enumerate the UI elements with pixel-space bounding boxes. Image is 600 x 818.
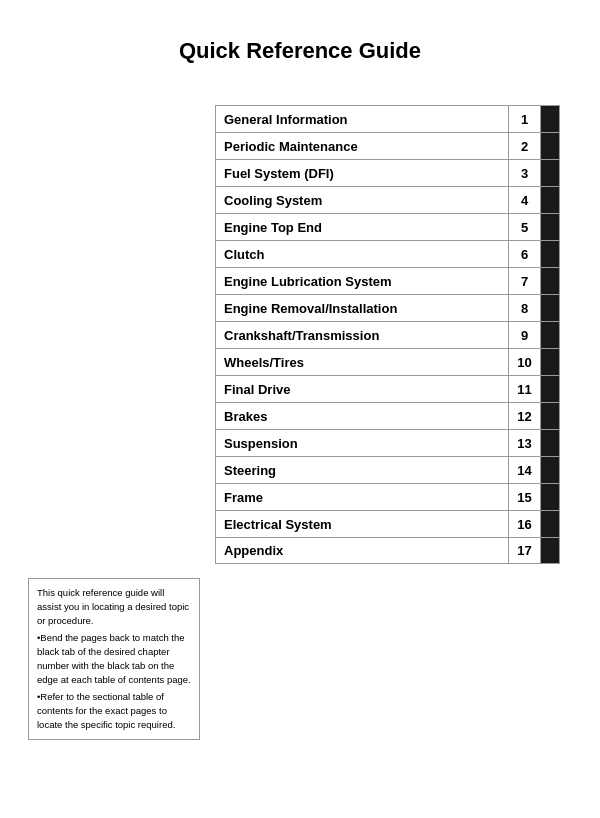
toc-row-label: Fuel System (DFI) — [216, 160, 509, 186]
toc-row-number: 16 — [509, 511, 541, 537]
toc-row-label: Appendix — [216, 538, 509, 563]
toc-row-number: 11 — [509, 376, 541, 402]
toc-row: Crankshaft/Transmission9 — [215, 321, 560, 348]
toc-row-tab — [541, 457, 559, 483]
note-line3: •Refer to the sectional table of content… — [37, 690, 191, 731]
toc-row-tab — [541, 160, 559, 186]
toc-row-tab — [541, 538, 559, 563]
toc-row-tab — [541, 214, 559, 240]
toc-row: General Information1 — [215, 105, 560, 132]
toc-row: Engine Lubrication System7 — [215, 267, 560, 294]
toc-row: Brakes12 — [215, 402, 560, 429]
toc-row-label: Engine Removal/Installation — [216, 295, 509, 321]
toc-row-number: 5 — [509, 214, 541, 240]
toc-row: Wheels/Tires10 — [215, 348, 560, 375]
toc-row-label: Brakes — [216, 403, 509, 429]
toc-row-tab — [541, 484, 559, 510]
toc-row-number: 10 — [509, 349, 541, 375]
note-line2: •Bend the pages back to match the black … — [37, 631, 191, 686]
toc-row-tab — [541, 430, 559, 456]
toc-row: Electrical System16 — [215, 510, 560, 537]
toc-container: General Information1Periodic Maintenance… — [215, 105, 560, 564]
toc-row: Suspension13 — [215, 429, 560, 456]
toc-row-tab — [541, 133, 559, 159]
toc-row-number: 1 — [509, 106, 541, 132]
toc-row-number: 4 — [509, 187, 541, 213]
toc-row-tab — [541, 376, 559, 402]
toc-row-label: Cooling System — [216, 187, 509, 213]
toc-row-number: 13 — [509, 430, 541, 456]
toc-row: Cooling System4 — [215, 186, 560, 213]
toc-row-label: Frame — [216, 484, 509, 510]
toc-row-number: 8 — [509, 295, 541, 321]
toc-row-label: Electrical System — [216, 511, 509, 537]
toc-row-tab — [541, 268, 559, 294]
toc-row-label: Clutch — [216, 241, 509, 267]
page: Quick Reference Guide General Informatio… — [0, 0, 600, 818]
toc-row-tab — [541, 241, 559, 267]
toc-row-label: Crankshaft/Transmission — [216, 322, 509, 348]
toc-row-number: 14 — [509, 457, 541, 483]
toc-row-tab — [541, 106, 559, 132]
toc-row-number: 17 — [509, 538, 541, 563]
toc-row: Frame15 — [215, 483, 560, 510]
toc-row-label: Periodic Maintenance — [216, 133, 509, 159]
toc-row: Fuel System (DFI)3 — [215, 159, 560, 186]
toc-row: Periodic Maintenance2 — [215, 132, 560, 159]
toc-row-label: Final Drive — [216, 376, 509, 402]
toc-row: Appendix17 — [215, 537, 560, 564]
toc-row: Final Drive11 — [215, 375, 560, 402]
toc-row-number: 2 — [509, 133, 541, 159]
toc-row-label: Engine Top End — [216, 214, 509, 240]
page-title: Quick Reference Guide — [0, 0, 600, 86]
toc-row-number: 6 — [509, 241, 541, 267]
toc-row-tab — [541, 349, 559, 375]
toc-row: Clutch6 — [215, 240, 560, 267]
toc-row-label: Suspension — [216, 430, 509, 456]
toc-row-tab — [541, 403, 559, 429]
note-line1: This quick reference guide will assist y… — [37, 586, 191, 627]
toc-row: Steering14 — [215, 456, 560, 483]
toc-row-number: 3 — [509, 160, 541, 186]
toc-row-label: Engine Lubrication System — [216, 268, 509, 294]
toc-row-number: 12 — [509, 403, 541, 429]
toc-row-tab — [541, 322, 559, 348]
toc-row-label: General Information — [216, 106, 509, 132]
toc-row-number: 7 — [509, 268, 541, 294]
toc-row-tab — [541, 295, 559, 321]
toc-row-tab — [541, 511, 559, 537]
toc-row: Engine Top End5 — [215, 213, 560, 240]
note-box: This quick reference guide will assist y… — [28, 578, 200, 740]
toc-row-label: Wheels/Tires — [216, 349, 509, 375]
toc-row-number: 15 — [509, 484, 541, 510]
toc-row-number: 9 — [509, 322, 541, 348]
toc-row-label: Steering — [216, 457, 509, 483]
toc-row: Engine Removal/Installation8 — [215, 294, 560, 321]
toc-row-tab — [541, 187, 559, 213]
